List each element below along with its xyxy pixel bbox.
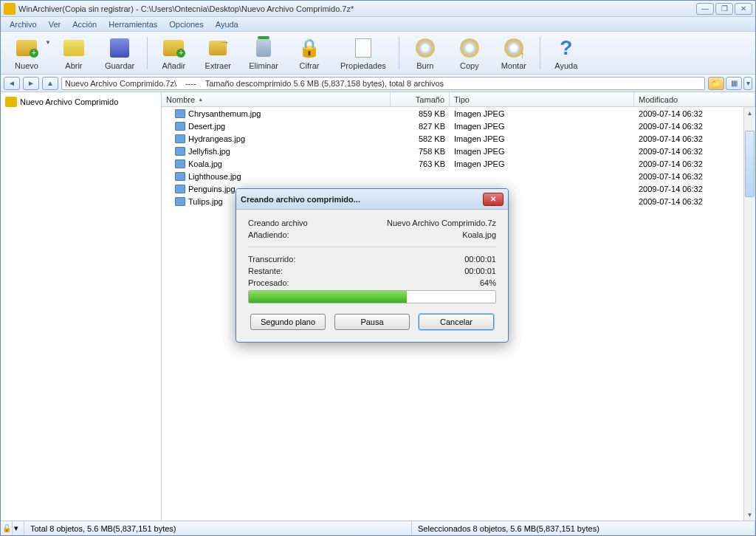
file-row[interactable]: Jellyfish.jpg758 KBImagen JPEG2009-07-14…	[162, 145, 755, 157]
add-icon	[163, 40, 184, 56]
cifrar-label: Cifrar	[300, 61, 320, 70]
menu-accion[interactable]: Acción	[66, 18, 103, 30]
toolbar-separator	[399, 37, 399, 69]
col-header-modified[interactable]: Modificado	[634, 92, 755, 106]
nuevo-button[interactable]: Nuevo	[5, 34, 48, 72]
ayuda-button[interactable]: ?Ayuda	[545, 34, 588, 72]
file-row[interactable]: Koala.jpg763 KBImagen JPEG2009-07-14 06:…	[162, 157, 755, 170]
toolbar: Nuevo ▼ Abrir Guardar Añadir Extraer Eli…	[1, 32, 755, 75]
file-size: 859 KB	[391, 109, 450, 118]
file-name: Desert.jpg	[188, 122, 225, 131]
file-modified: 2009-07-14 06:32	[634, 134, 755, 143]
image-file-icon	[175, 197, 185, 206]
scroll-down-arrow-icon[interactable]: ▼	[744, 509, 755, 520]
dialog-close-button[interactable]: ✕	[483, 193, 504, 206]
menu-herramientas[interactable]: Herramientas	[103, 18, 163, 30]
file-modified: 2009-07-14 06:32	[634, 122, 755, 131]
status-right: Seleccionados 8 objetos, 5.6 MB(5,837,15…	[412, 521, 755, 535]
dialog-titlebar[interactable]: Creando archivo comprimido... ✕	[236, 189, 508, 210]
elapsed-value: 00:00:01	[464, 255, 496, 264]
col-header-type[interactable]: Tipo	[450, 92, 634, 106]
guardar-button[interactable]: Guardar	[97, 34, 142, 72]
path-box[interactable]: Nuevo Archivo Comprimido.7z\ ---- Tamaño…	[61, 77, 705, 90]
background-button[interactable]: Segundo plano	[250, 314, 326, 330]
eliminar-button[interactable]: Eliminar	[241, 34, 286, 72]
image-file-icon	[175, 147, 185, 156]
archive-icon	[5, 97, 17, 107]
copy-icon	[460, 38, 479, 58]
burn-button[interactable]: Burn	[404, 34, 447, 72]
forward-button[interactable]: ►	[23, 77, 39, 90]
path-text: Nuevo Archivo Comprimido.7z\	[65, 79, 176, 88]
col-header-size[interactable]: Tamaño	[391, 92, 450, 106]
view-grid-button[interactable]: ▦	[726, 77, 742, 90]
minimize-button[interactable]: —	[696, 3, 714, 15]
image-file-icon	[175, 185, 185, 193]
col-header-name[interactable]: Nombre▲	[162, 92, 391, 106]
creating-label: Creando archivo	[248, 219, 308, 227]
dialog-title: Creando archivo comprimido...	[241, 195, 483, 204]
montar-button[interactable]: Montar	[492, 34, 535, 72]
menu-ayuda[interactable]: Ayuda	[210, 18, 244, 30]
abrir-button[interactable]: Abrir	[52, 34, 95, 72]
file-row[interactable]: Chrysanthemum.jpg859 KBImagen JPEG2009-0…	[162, 107, 755, 120]
path-info: Tamaño descomprimido 5.6 MB (5,837,158 b…	[205, 79, 444, 88]
cifrar-button[interactable]: 🔒Cifrar	[288, 34, 331, 72]
menu-opciones[interactable]: Opciones	[163, 18, 209, 30]
vertical-scrollbar[interactable]: ▲ ▼	[743, 107, 755, 520]
menu-archivo[interactable]: Archivo	[4, 18, 43, 30]
anadir-button[interactable]: Añadir	[152, 34, 195, 72]
progress-fill	[249, 291, 407, 303]
image-file-icon	[175, 122, 185, 131]
maximize-button[interactable]: ❐	[715, 3, 733, 15]
montar-label: Montar	[501, 61, 526, 70]
pause-button[interactable]: Pausa	[334, 314, 410, 330]
window-title: WinArchiver(Copia sin registrar) - C:\Us…	[18, 4, 696, 13]
file-modified: 2009-07-14 06:32	[634, 185, 755, 193]
progress-dialog: Creando archivo comprimido... ✕ Creando …	[236, 188, 509, 343]
cancel-button[interactable]: Cancelar	[419, 314, 494, 330]
up-button[interactable]: ▲	[42, 77, 58, 90]
status-left: Total 8 objetos, 5.6 MB(5,837,151 bytes)	[24, 521, 412, 535]
file-modified: 2009-07-14 06:32	[634, 147, 755, 156]
file-size: 763 KB	[391, 159, 450, 168]
properties-icon	[355, 38, 371, 58]
titlebar: WinArchiver(Copia sin registrar) - C:\Us…	[1, 1, 755, 17]
save-icon	[110, 38, 129, 58]
tree-root-item[interactable]: Nuevo Archivo Comprimido	[4, 95, 158, 109]
delete-icon	[256, 39, 271, 57]
menu-ver[interactable]: Ver	[43, 18, 67, 30]
file-row[interactable]: Lighthouse.jpg2009-07-14 06:32	[162, 170, 755, 182]
file-row[interactable]: Desert.jpg827 KBImagen JPEG2009-07-14 06…	[162, 120, 755, 132]
file-name: Chrysanthemum.jpg	[188, 109, 261, 118]
extract-icon	[209, 41, 227, 55]
adding-value: Koala.jpg	[462, 230, 496, 239]
file-name: Penguins.jpg	[188, 185, 236, 193]
remaining-label: Restante:	[248, 267, 283, 275]
file-row[interactable]: Hydrangeas.jpg582 KBImagen JPEG2009-07-1…	[162, 132, 755, 145]
file-modified: 2009-07-14 06:32	[634, 197, 755, 206]
image-file-icon	[175, 109, 185, 118]
back-button[interactable]: ◄	[4, 77, 20, 90]
toolbar-separator	[540, 37, 540, 69]
dialog-separator	[248, 247, 496, 247]
copy-button[interactable]: Copy	[448, 34, 491, 72]
scroll-thumb[interactable]	[745, 131, 755, 197]
image-file-icon	[175, 159, 185, 168]
dropdown-arrow-icon[interactable]: ▼	[45, 39, 51, 46]
close-button[interactable]: ✕	[735, 3, 752, 15]
file-name: Hydrangeas.jpg	[188, 134, 245, 143]
file-name: Lighthouse.jpg	[188, 172, 241, 181]
burn-label: Burn	[416, 61, 433, 70]
view-dropdown-button[interactable]: ▾	[743, 77, 752, 90]
view-folder-button[interactable]: 📁	[708, 77, 724, 90]
scroll-up-arrow-icon[interactable]: ▲	[744, 107, 755, 119]
dialog-body: Creando archivoNuevo Archivo Comprimido.…	[236, 210, 508, 342]
file-size: 827 KB	[391, 122, 450, 131]
burn-icon	[416, 38, 435, 58]
file-modified: 2009-07-14 06:32	[634, 159, 755, 168]
mount-icon	[504, 38, 523, 58]
extraer-button[interactable]: Extraer	[196, 34, 239, 72]
file-type: Imagen JPEG	[450, 159, 634, 168]
propiedades-button[interactable]: Propiedades	[332, 34, 394, 72]
